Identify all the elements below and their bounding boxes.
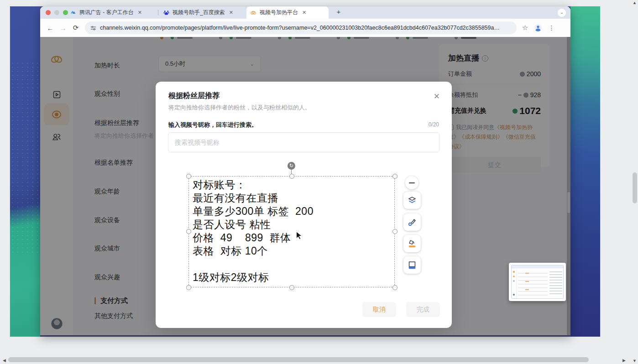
tencent-ads-favicon xyxy=(70,10,76,16)
mini-summary-panel xyxy=(549,270,562,295)
brush-tool-button[interactable] xyxy=(403,213,421,231)
cancel-button[interactable]: 取消 xyxy=(362,302,396,317)
profile-avatar-icon[interactable] xyxy=(534,24,542,32)
browser-tab-strip: 腾讯广告 - 客户工作台 ✕ 视频号助手_百度搜索 ✕ 视频号加热平台 ✕ + … xyxy=(40,6,570,19)
mini-dot xyxy=(513,280,515,282)
close-icon[interactable]: ✕ xyxy=(434,92,440,101)
vertical-scrollbar-thumb[interactable] xyxy=(633,172,637,203)
tab-channels-platform[interactable]: 视频号加热平台 ✕ xyxy=(246,6,329,19)
tab-baidu-search[interactable]: 视频号助手_百度搜索 ✕ xyxy=(160,6,246,19)
frame-tool-button[interactable] xyxy=(403,256,421,274)
scroll-down-arrow[interactable]: ▼ xyxy=(633,359,637,363)
rotate-handle[interactable]: ↻ xyxy=(288,162,295,170)
search-input-label: 输入视频号昵称，回车进行搜索。 xyxy=(168,121,257,129)
selection-counter: 0/20 xyxy=(429,121,439,128)
mini-tab-bar xyxy=(512,265,563,268)
tab-separator xyxy=(158,10,158,16)
frame-icon xyxy=(407,260,417,270)
reload-button[interactable]: ⟳ xyxy=(69,24,82,32)
selection-handle-se[interactable] xyxy=(392,285,397,290)
brush-icon xyxy=(407,217,417,227)
wallpaper-dot-pattern xyxy=(10,61,40,253)
mini-dot xyxy=(513,276,515,277)
tab-title: 视频号加热平台 xyxy=(260,9,298,16)
paint-bucket-icon xyxy=(407,239,417,249)
modal-subtitle: 将定向推给你选择作者的粉丝，以及与粉丝相似的人。 xyxy=(168,104,311,112)
selection-handle-w[interactable] xyxy=(186,229,191,234)
site-settings-icon[interactable] xyxy=(90,25,96,31)
horizontal-scrollbar-thumb[interactable] xyxy=(8,357,589,362)
channels-favicon xyxy=(250,10,256,16)
mini-form-rows xyxy=(518,270,548,297)
done-button[interactable]: 完成 xyxy=(406,302,440,317)
fill-tool-button[interactable] xyxy=(403,235,421,252)
mini-dot xyxy=(513,271,515,273)
selection-handle-s[interactable] xyxy=(289,285,294,290)
minus-icon xyxy=(409,182,415,183)
layers-icon xyxy=(407,195,417,205)
selection-handle-sw[interactable] xyxy=(186,285,191,290)
tab-title: 视频号助手_百度搜索 xyxy=(173,9,225,16)
mini-browser-window xyxy=(511,265,564,299)
address-bar[interactable]: channels.weixin.qq.com/promote/pages/pla… xyxy=(85,21,517,34)
search-input[interactable] xyxy=(168,132,439,152)
browser-window: 腾讯广告 - 客户工作台 ✕ 视频号助手_百度搜索 ✕ 视频号加热平台 ✕ + … xyxy=(40,6,570,335)
selection-handle-nw[interactable] xyxy=(186,174,191,179)
tab-title: 腾讯广告 - 客户工作台 xyxy=(79,9,134,16)
mini-accent xyxy=(525,289,529,290)
close-tab-icon[interactable]: ✕ xyxy=(229,10,233,16)
layers-tool-button[interactable] xyxy=(403,192,421,209)
bookmark-star-icon[interactable]: ☆ xyxy=(522,24,528,32)
close-window-button[interactable] xyxy=(46,10,51,15)
scroll-up-arrow[interactable]: ▲ xyxy=(633,0,637,5)
close-tab-icon[interactable]: ✕ xyxy=(138,10,142,16)
browser-toolbar: ← → ⟳ channels.weixin.qq.com/promote/pag… xyxy=(40,19,570,37)
back-button[interactable]: ← xyxy=(44,24,57,32)
close-tab-icon[interactable]: ✕ xyxy=(302,10,306,16)
mini-accent xyxy=(525,281,529,282)
collapse-tools-button[interactable] xyxy=(405,176,418,189)
selection-handle-ne[interactable] xyxy=(392,174,397,179)
tab-search-button[interactable]: ⌄ xyxy=(558,9,566,17)
scroll-left-arrow[interactable]: ◀ xyxy=(3,358,6,363)
mini-dot xyxy=(513,294,515,296)
desktop-wallpaper-right xyxy=(570,6,600,337)
desktop-wallpaper-left xyxy=(10,6,40,337)
url-text: channels.weixin.qq.com/promote/pages/pla… xyxy=(100,25,502,31)
selection-handle-e[interactable] xyxy=(392,229,397,234)
modal-title: 根据粉丝层推荐 xyxy=(168,91,220,101)
new-tab-button[interactable]: + xyxy=(334,8,343,16)
tab-tencent-ads[interactable]: 腾讯广告 - 客户工作台 ✕ xyxy=(67,6,156,19)
baidu-favicon xyxy=(163,10,169,16)
browser-menu-icon[interactable]: ⋮ xyxy=(548,24,554,31)
page-viewport: 加热时长 0.5小时 ⌄ 观众性别 根据粉丝层推荐 将定向推给你选择作者 根据名… xyxy=(40,37,570,335)
screenshot-preview-thumbnail[interactable] xyxy=(509,263,566,301)
mouse-cursor xyxy=(294,230,304,240)
forward-button[interactable]: → xyxy=(57,24,69,32)
minimize-window-button[interactable] xyxy=(54,10,59,15)
mini-accent xyxy=(525,273,529,274)
scroll-right-arrow[interactable]: ▶ xyxy=(622,358,626,363)
window-controls[interactable] xyxy=(46,10,68,15)
annotated-screenshot-canvas: 腾讯广告 - 客户工作台 ✕ 视频号助手_百度搜索 ✕ 视频号加热平台 ✕ + … xyxy=(10,6,600,337)
